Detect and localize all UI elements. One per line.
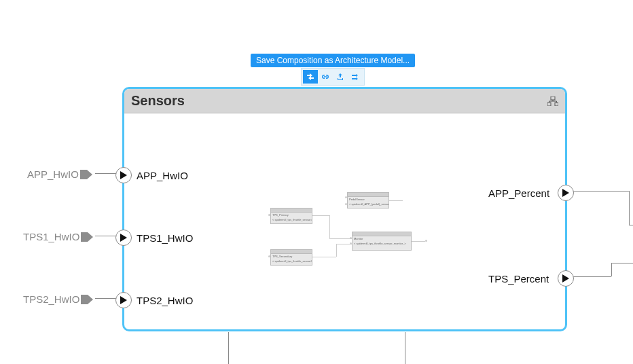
- component-title: Sensors: [131, 93, 185, 109]
- ext-input-port-tps1: TPS1_HwIO: [23, 231, 93, 242]
- mini-sub: < spidermill_tps_throttle_sensor_monitor…: [352, 241, 411, 246]
- hierarchy-icon: [547, 96, 558, 106]
- wire: [629, 225, 633, 225]
- ext-input-port-tps2: TPS2_HwIO: [23, 293, 93, 305]
- tooltip-text: Save Composition as Architecture Model..…: [256, 56, 410, 65]
- mini-port: [425, 240, 427, 242]
- mini-title: Monitor: [352, 236, 411, 241]
- mini-port: [268, 214, 270, 216]
- port-label: TPS2_HwIO: [137, 295, 193, 306]
- mini-block-tps-primary: TPS_Primary < spidermill_tps_throttle_se…: [270, 208, 312, 224]
- ext-input-port-app: APP_HwIO: [27, 168, 92, 180]
- output-port-tps-percent[interactable]: [558, 270, 574, 287]
- mini-wire: [312, 257, 336, 257]
- mini-wire: [412, 241, 425, 242]
- toolbar-link-button[interactable]: [318, 70, 333, 84]
- port-arrow-icon: [80, 170, 92, 179]
- mini-port: [268, 255, 270, 257]
- mini-wire: [329, 215, 330, 238]
- wire: [611, 263, 612, 276]
- svg-rect-0: [551, 96, 555, 100]
- mini-wire: [389, 200, 403, 201]
- triangle-right-icon: [120, 296, 127, 304]
- mini-block-monitor: Monitor < spidermill_tps_throttle_sensor…: [352, 232, 412, 251]
- triangle-right-icon: [120, 234, 127, 242]
- mini-port: [350, 237, 352, 239]
- mini-block-pedal-sensor: PedalSensor < spidermill_APP_(pedal)_sen…: [347, 192, 389, 208]
- wire: [571, 276, 611, 277]
- mini-title: TPS_Primary: [271, 213, 312, 217]
- input-port-app[interactable]: [115, 167, 132, 183]
- mini-wire: [329, 238, 352, 239]
- wire: [228, 332, 229, 364]
- mini-wire: [312, 215, 329, 216]
- output-port-app-percent[interactable]: [558, 185, 574, 201]
- toolbar-save-arch-button[interactable]: [303, 70, 318, 84]
- component-header: Sensors: [124, 89, 565, 113]
- save-tooltip: Save Composition as Architecture Model..…: [251, 54, 415, 67]
- port-label: APP_Percent: [488, 187, 549, 199]
- input-port-tps2[interactable]: [115, 292, 132, 308]
- mini-title: PedalSensor: [348, 197, 388, 202]
- triangle-right-icon: [562, 274, 569, 283]
- mini-sub: < spidermill_tps_throttle_sensor2>: [271, 259, 312, 263]
- port-label: TPS_Percent: [488, 273, 549, 285]
- mini-title: TPS_Secondary: [271, 254, 312, 259]
- triangle-right-icon: [120, 171, 127, 179]
- mini-wire: [336, 244, 337, 257]
- sensors-component[interactable]: Sensors APP_HwIO TPS1_HwIO TPS2_HwIO APP…: [122, 87, 567, 331]
- port-arrow-icon: [81, 295, 93, 304]
- ext-port-label: TPS2_HwIO: [23, 293, 79, 305]
- mini-port: [345, 203, 347, 205]
- ext-port-label: APP_HwIO: [27, 168, 79, 180]
- toolbar-export-button[interactable]: [333, 70, 348, 84]
- svg-rect-1: [547, 103, 551, 106]
- port-label: TPS1_HwIO: [137, 232, 193, 244]
- svg-rect-2: [555, 103, 558, 106]
- mini-block-tps-secondary: TPS_Secondary < spidermill_tps_throttle_…: [270, 249, 312, 266]
- wire: [571, 191, 629, 192]
- wire: [611, 263, 633, 263]
- wire: [629, 191, 630, 225]
- port-arrow-icon: [81, 232, 93, 242]
- input-port-tps1[interactable]: [115, 230, 132, 246]
- ext-port-label: TPS1_HwIO: [23, 231, 79, 242]
- mini-port: [345, 196, 347, 198]
- mini-sub: < spidermill_tps_throttle_sensor>: [271, 217, 312, 222]
- port-label: APP_HwIO: [137, 170, 188, 181]
- toolbar-route-button[interactable]: [348, 70, 363, 84]
- mini-port: [350, 242, 352, 244]
- component-toolbar: [301, 68, 365, 86]
- wire: [405, 332, 405, 364]
- triangle-right-icon: [562, 189, 569, 197]
- mini-sub: < spidermill_APP_(pedal)_sensor>: [348, 202, 388, 206]
